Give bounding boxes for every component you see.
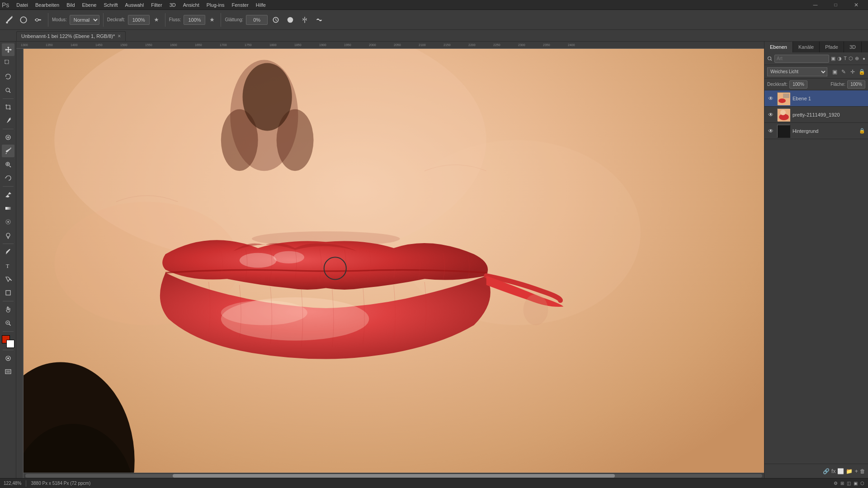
status-icon-2[interactable]: ⊞ xyxy=(840,481,844,486)
status-icon-1[interactable]: ⚙ xyxy=(834,481,838,486)
flache-input[interactable] xyxy=(847,80,865,89)
symmetry-button[interactable] xyxy=(298,14,311,26)
brush-tool[interactable] xyxy=(2,145,14,157)
filter-toggle[interactable]: ● xyxy=(863,56,865,61)
move-tool[interactable] xyxy=(2,43,14,56)
gradient-tool[interactable] xyxy=(2,202,14,215)
menu-hilfe[interactable]: Hilfe xyxy=(252,0,269,10)
hand-tool[interactable] xyxy=(2,303,14,316)
menu-datei[interactable]: Datei xyxy=(13,0,32,10)
zoom-tool[interactable] xyxy=(2,317,14,329)
menu-ebene[interactable]: Ebene xyxy=(79,0,100,10)
new-layer-button[interactable]: + xyxy=(854,468,858,474)
lock-pixels-icon[interactable]: ✎ xyxy=(840,68,847,75)
tab-close-button[interactable]: × xyxy=(118,33,121,39)
menu-bearbeiten[interactable]: Bearbeiten xyxy=(32,0,63,10)
filter-pixel-icon[interactable]: ▣ xyxy=(831,56,835,61)
add-style-button[interactable]: fx xyxy=(831,468,835,474)
modus-dropdown[interactable]: Normal xyxy=(70,15,99,25)
deckkraft-input[interactable] xyxy=(789,80,807,89)
fluss-pressure-button[interactable] xyxy=(207,15,217,25)
menu-schrift[interactable]: Schrift xyxy=(100,0,121,10)
selection-tool[interactable] xyxy=(2,57,14,70)
screen-mode-button[interactable] xyxy=(2,366,14,378)
layer-opacity-row: Deckkraft: Fläche: xyxy=(764,79,868,90)
svg-point-3 xyxy=(36,19,38,21)
glattung-input[interactable] xyxy=(246,15,268,25)
history-brush-tool[interactable] xyxy=(2,172,14,184)
menu-ansicht[interactable]: Ansicht xyxy=(179,0,203,10)
layer-visibility-toggle[interactable]: 👁 xyxy=(767,127,774,135)
layer-lock-icon: 🔒 xyxy=(859,128,865,134)
fluss-input[interactable] xyxy=(184,15,205,25)
add-mask-button[interactable]: ⬜ xyxy=(837,468,844,474)
svg-point-68 xyxy=(778,99,786,103)
document-tab[interactable]: Unbenannt-1 bei 122% (Ebene 1, RGB/8)* × xyxy=(16,31,126,41)
layer-item[interactable]: 👁 pretty-2111499_1920 xyxy=(764,107,868,123)
menu-filter[interactable]: Filter xyxy=(147,0,165,10)
status-icon-5[interactable]: ⬡ xyxy=(860,481,864,486)
spot-heal-tool[interactable] xyxy=(2,131,14,144)
color-swatch[interactable] xyxy=(2,335,14,348)
crop-tool[interactable] xyxy=(2,101,14,113)
filter-text-icon[interactable]: T xyxy=(844,56,847,61)
new-group-button[interactable]: 📁 xyxy=(846,468,853,474)
dodge-tool[interactable] xyxy=(2,229,14,242)
menu-fenster[interactable]: Fenster xyxy=(228,0,252,10)
path-select-tool[interactable] xyxy=(2,273,14,286)
brush-settings-button[interactable] xyxy=(32,14,44,26)
menu-bild[interactable]: Bild xyxy=(63,0,78,10)
svg-text:1850: 1850 xyxy=(294,43,302,47)
text-tool[interactable]: T xyxy=(2,259,14,272)
lock-all-icon[interactable]: 🔒 xyxy=(858,68,865,75)
deckraft-input[interactable] xyxy=(128,15,150,25)
maximize-button[interactable]: □ xyxy=(826,0,846,10)
scrollbar-thumb[interactable] xyxy=(173,474,615,478)
minimize-button[interactable]: — xyxy=(805,0,826,10)
svg-point-60 xyxy=(221,300,307,325)
blur-tool[interactable] xyxy=(2,216,14,228)
quick-select-tool[interactable] xyxy=(2,84,14,97)
close-button[interactable]: ✕ xyxy=(846,0,866,10)
deckraft-pressure-button[interactable] xyxy=(151,15,161,25)
layer-item[interactable]: 👁 Hintergrund 🔒 xyxy=(764,123,868,139)
blend-mode-dropdown[interactable]: Weiches Licht xyxy=(767,67,827,76)
tab-3d[interactable]: 3D xyxy=(844,42,862,52)
layer-search-input[interactable] xyxy=(774,55,829,63)
tab-ebenen[interactable]: Ebenen xyxy=(764,42,793,52)
brush-preset-button[interactable] xyxy=(17,14,30,26)
link-layers-button[interactable]: 🔗 xyxy=(823,468,830,474)
shape-tool[interactable] xyxy=(2,286,14,299)
filter-adj-icon[interactable]: ◑ xyxy=(837,56,842,61)
filter-shape-icon[interactable]: ⬡ xyxy=(849,56,853,61)
eraser-tool[interactable] xyxy=(2,188,14,201)
layer-panel: ▣ ◑ T ⬡ ⊕ ● Weiches Licht ▣ ✎ ✛ 🔒 xyxy=(764,52,868,478)
background-color[interactable] xyxy=(6,340,14,348)
menu-3d[interactable]: 3D xyxy=(166,0,179,10)
status-icon-3[interactable]: ◫ xyxy=(847,481,851,486)
angle-button[interactable] xyxy=(284,14,297,26)
lock-transparent-icon[interactable]: ▣ xyxy=(831,68,838,75)
delete-layer-button[interactable]: 🗑 xyxy=(860,468,865,474)
layer-visibility-toggle[interactable]: 👁 xyxy=(767,95,774,102)
layer-item[interactable]: 👁 Ebene 1 xyxy=(764,90,868,107)
layer-visibility-toggle[interactable]: 👁 xyxy=(767,111,774,118)
status-icon-4[interactable]: ▣ xyxy=(854,481,858,486)
lasso-tool[interactable] xyxy=(2,70,14,83)
horizontal-scrollbar[interactable] xyxy=(24,473,764,478)
quick-mask-button[interactable] xyxy=(2,352,14,365)
brush-tool-button[interactable] xyxy=(3,14,15,26)
eyedropper-tool[interactable] xyxy=(2,114,14,127)
toolbar-sep-6 xyxy=(3,331,14,332)
tab-pfade[interactable]: Pfade xyxy=(820,42,844,52)
filter-smart-icon[interactable]: ⊕ xyxy=(855,56,859,61)
svg-rect-10 xyxy=(5,207,11,210)
clone-tool[interactable] xyxy=(2,158,14,171)
glattung-settings-button[interactable] xyxy=(269,14,282,26)
pen-tool[interactable] xyxy=(2,246,14,258)
extra-button[interactable] xyxy=(313,14,326,26)
menu-auswahl[interactable]: Auswahl xyxy=(122,0,148,10)
menu-plugins[interactable]: Plug-ins xyxy=(203,0,228,10)
tab-kanaele[interactable]: Kanäle xyxy=(793,42,820,52)
lock-position-icon[interactable]: ✛ xyxy=(849,68,856,75)
